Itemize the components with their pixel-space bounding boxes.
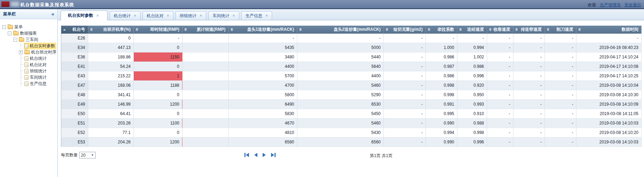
- cell: 6580: [229, 137, 297, 147]
- column-header-当班开机率(%)[interactable]: 当班开机率(%): [88, 26, 134, 34]
- table-row-E36[interactable]: E36188.86115034805440-0.9861.002---2019-…: [61, 52, 642, 62]
- tab-close-icon[interactable]: ×: [167, 13, 169, 18]
- tree-node-label-wrap[interactable]: 数据报表: [13, 30, 38, 37]
- logout-link[interactable]: 安全退出: [624, 2, 641, 7]
- cell: 2019-03-08 14:10:04: [576, 81, 642, 90]
- folder-icon: [25, 50, 30, 54]
- collapse-icon[interactable]: -: [8, 31, 12, 35]
- column-header-牵拉系数[interactable]: 牵拉系数: [426, 26, 457, 34]
- cell: 4700: [229, 81, 297, 90]
- cell: 146.99: [88, 100, 134, 109]
- column-header-送经速度[interactable]: 送经速度: [457, 26, 487, 34]
- file-icon: [25, 56, 28, 61]
- table-row-E26[interactable]: E260----------: [61, 34, 642, 43]
- file-icon: [25, 69, 28, 73]
- tab-close-icon[interactable]: ×: [265, 13, 268, 18]
- column-header-数据时间[interactable]: 数据时间: [576, 26, 642, 34]
- tree-node-label: 班组统计: [30, 68, 47, 74]
- tab-机台统计[interactable]: 机台统计×: [110, 11, 140, 20]
- tab-机台实时参数[interactable]: 机台实时参数×: [61, 10, 108, 20]
- table-row-E43[interactable]: E43215.22157004400-0.9860.996---2019-04-…: [61, 71, 642, 81]
- column-header-机台号[interactable]: 机台号: [61, 26, 88, 34]
- tree-node-菜单[interactable]: -菜单: [0, 24, 57, 30]
- cell: -: [545, 62, 576, 71]
- table-row-E53[interactable]: E53204.26120065806560-0.9900.996---2019-…: [61, 137, 642, 147]
- column-header-收卷速度[interactable]: 收卷速度: [487, 26, 513, 34]
- sort-both-icon: [489, 28, 492, 31]
- tab-close-icon[interactable]: ×: [96, 13, 99, 18]
- prev-page-button[interactable]: [254, 153, 257, 157]
- next-page-button[interactable]: [263, 153, 266, 157]
- table-row-E51[interactable]: E51203.26110046705460-0.9900.988---2019-…: [61, 119, 642, 128]
- table-row-E48[interactable]: E48341.41058005290-0.9980.950---2019-03-…: [61, 90, 642, 100]
- column-label: 数据时间: [622, 27, 638, 33]
- tree-node-label-wrap[interactable]: 车间统计: [24, 74, 48, 81]
- tab-班组统计[interactable]: 班组统计×: [175, 11, 206, 20]
- column-header-短切克重(g/m2)[interactable]: 短切克重(g/m2): [384, 26, 426, 34]
- cell: [182, 43, 229, 52]
- sidebar-panel: 菜单栏 « -菜单-数据报表-三车间机台实时参数+机台班次时序机台统计机台比对班…: [0, 9, 58, 177]
- datagrid: 机台号当班开机率(%)即时转速(RMP)累计转速(RMP)盘头1送纱量(mm/R…: [61, 26, 642, 147]
- tab-生产信息[interactable]: 生产信息×: [241, 11, 272, 20]
- cell: [182, 119, 229, 128]
- tree-line: [19, 43, 23, 49]
- tree-node-label-wrap[interactable]: 生产信息: [24, 80, 48, 87]
- collapse-icon[interactable]: -: [2, 25, 6, 29]
- tree-node-三车间[interactable]: -三车间: [0, 36, 57, 43]
- sidebar-title: 菜单栏: [3, 11, 16, 17]
- tab-label: 机台实时参数: [68, 13, 93, 19]
- column-header-盘头1送纱量(mm/RACK)[interactable]: 盘头1送纱量(mm/RACK): [229, 26, 297, 34]
- collapse-icon[interactable]: -: [13, 38, 17, 42]
- tree-node-selected[interactable]: 机台实时参数: [24, 43, 56, 49]
- tab-机台比对[interactable]: 机台比对×: [143, 11, 173, 20]
- tab-label: 机台统计: [114, 13, 131, 19]
- column-header-即时转速(RMP)[interactable]: 即时转速(RMP): [134, 26, 182, 34]
- user-profile-link[interactable]: 生产管理员: [600, 2, 621, 7]
- tab-close-icon[interactable]: ×: [233, 13, 235, 18]
- table-row-E50[interactable]: E5064.41058305450-0.9950.910---2019-03-0…: [61, 109, 642, 119]
- collapse-sidebar-icon[interactable]: «: [51, 12, 54, 16]
- last-page-button[interactable]: [271, 153, 276, 157]
- page-size-select[interactable]: 20 ▼: [79, 152, 96, 158]
- table-row-E34[interactable]: E34447.13054355000-1.0000.994---2019-04-…: [61, 43, 642, 52]
- table-row-E49[interactable]: E49146.99120064906530-0.9910.993---2019-…: [61, 100, 642, 109]
- cell: 203.26: [88, 119, 134, 128]
- tree-node-label-wrap[interactable]: 菜单: [7, 24, 24, 30]
- tree-node-机台班次时序[interactable]: +机台班次时序: [0, 49, 57, 55]
- table-row-E52[interactable]: E5277.1048105430-0.9940.998---2019-03-08…: [61, 128, 642, 137]
- cell: -: [384, 52, 426, 62]
- tree-node-数据报表[interactable]: -数据报表: [0, 30, 57, 36]
- cell: -: [513, 109, 545, 119]
- tab-close-icon[interactable]: ×: [200, 13, 202, 18]
- tree-node-车间统计[interactable]: 车间统计: [0, 74, 57, 80]
- tree-node-机台统计[interactable]: 机台统计: [0, 55, 57, 62]
- cell: 2019-03-08 14:11:05: [576, 109, 642, 119]
- column-label: 即时转速(RMP): [150, 27, 179, 33]
- tab-车间统计[interactable]: 车间统计×: [208, 11, 239, 20]
- tree-node-label-wrap[interactable]: 班组统计: [24, 68, 48, 75]
- table-row-E47[interactable]: E47168.06118847005460-0.9980.920---2019-…: [61, 81, 642, 90]
- tree-node-生产信息[interactable]: 生产信息: [0, 80, 57, 87]
- tree-node-label: 车间统计: [30, 75, 47, 80]
- expand-icon[interactable]: +: [19, 50, 23, 54]
- first-page-button[interactable]: [244, 153, 249, 157]
- tree-node-机台实时参数[interactable]: 机台实时参数: [0, 43, 57, 49]
- tree-node-label-wrap[interactable]: 机台比对: [24, 62, 48, 68]
- cell: E43: [61, 71, 88, 81]
- tree-node-机台比对[interactable]: 机台比对: [0, 62, 57, 68]
- column-header-割刀速度[interactable]: 割刀速度: [545, 26, 576, 34]
- column-header-累计转速(RMP)[interactable]: 累计转速(RMP): [182, 26, 229, 34]
- cell: -: [487, 52, 513, 62]
- cell: -: [487, 128, 513, 137]
- column-header-传送带速度[interactable]: 传送带速度: [513, 26, 545, 34]
- tab-close-icon[interactable]: ×: [134, 13, 136, 18]
- tree-node-班组统计[interactable]: 班组统计: [0, 68, 57, 74]
- tree-node-label-wrap[interactable]: 机台班次时序: [24, 49, 58, 56]
- column-header-盘头2送纱量(mm/RACK)[interactable]: 盘头2送纱量(mm/RACK): [297, 26, 384, 34]
- table-row-E41[interactable]: E4154.24044005640-0.9870.986---2019-04-1…: [61, 62, 642, 71]
- tree-line: [19, 80, 23, 87]
- cell: E36: [61, 52, 88, 62]
- cell: -: [513, 90, 545, 100]
- tree-node-label-wrap[interactable]: 三车间: [18, 36, 40, 43]
- tree-node-label-wrap[interactable]: 机台统计: [24, 55, 48, 62]
